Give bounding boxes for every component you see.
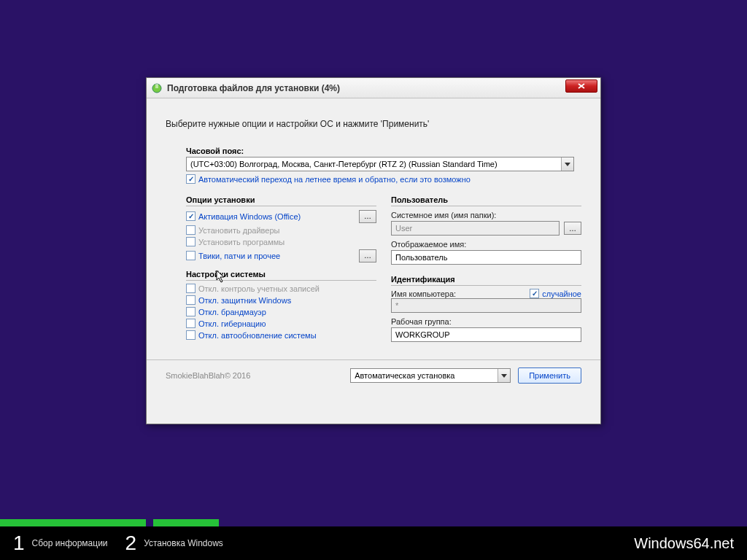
step-1: 1 Сбор информации [13, 532, 108, 555]
tweaks-browse-button[interactable]: … [359, 249, 376, 262]
computer-input [391, 298, 581, 313]
random-label: случайное [542, 289, 581, 298]
programs-checkbox [186, 237, 196, 246]
divider [147, 359, 600, 360]
uac-label: Откл. контроль учетных записей [198, 284, 320, 293]
step-1-label: Сбор информации [32, 538, 108, 548]
dispname-label: Отображаемое имя: [391, 240, 581, 249]
drivers-label: Установить драйверы [198, 226, 279, 235]
firewall-checkbox[interactable] [186, 307, 196, 316]
activation-browse-button[interactable]: … [359, 210, 376, 223]
setup-icon [151, 82, 163, 94]
step-2-number: 2 [125, 532, 137, 555]
workgroup-input[interactable] [391, 327, 581, 342]
tweaks-checkbox[interactable] [186, 251, 196, 260]
step-2: 2 Установка Windows [125, 532, 223, 555]
dispname-input[interactable] [391, 250, 581, 265]
ident-title: Идентификация [391, 275, 581, 286]
left-column: Опции установки Активация Windows (Offic… [186, 195, 376, 342]
sysname-input[interactable] [391, 221, 560, 236]
drivers-checkbox [186, 225, 196, 235]
user-title: Пользователь [391, 195, 581, 206]
computer-label: Имя компьютера: [391, 289, 456, 298]
titlebar: Подготовка файлов для установки (4%) [147, 78, 600, 98]
progress-segment-1 [0, 519, 146, 526]
autoupdate-checkbox[interactable] [186, 330, 196, 340]
close-icon [578, 83, 585, 89]
install-options-title: Опции установки [186, 195, 376, 206]
chevron-down-icon [501, 374, 507, 378]
activation-checkbox[interactable] [186, 211, 196, 221]
timezone-label: Часовой пояс: [186, 147, 574, 155]
timezone-dropdown-button[interactable] [561, 158, 573, 171]
sysname-browse-button[interactable]: … [564, 222, 581, 235]
progress-segment-2 [153, 519, 219, 526]
chevron-down-icon [565, 163, 570, 166]
copyright-text: SmokieBlahBlah© 2016 [166, 371, 343, 380]
close-button[interactable] [565, 79, 597, 93]
instruction-text: Выберите нужные опции и настройки ОС и н… [166, 119, 581, 129]
timezone-combo[interactable] [186, 157, 574, 171]
defender-label: Откл. защитник Windows [198, 296, 291, 305]
activation-label: Активация Windows (Office) [198, 212, 301, 221]
brand-text: Windows64.net [634, 535, 734, 552]
progress-bar [0, 519, 747, 526]
step-2-label: Установка Windows [144, 538, 223, 548]
defender-checkbox[interactable] [186, 295, 196, 305]
apply-button[interactable]: Применить [518, 368, 581, 384]
hibernate-checkbox[interactable] [186, 319, 196, 328]
dst-label: Автоматический переход на летнее время и… [198, 175, 471, 184]
random-checkbox[interactable] [530, 289, 539, 298]
system-settings-title: Настройки системы [186, 270, 376, 281]
svg-rect-1 [155, 84, 158, 88]
dialog-title: Подготовка файлов для установки (4%) [167, 83, 340, 93]
bottom-bar: 1 Сбор информации 2 Установка Windows Wi… [0, 526, 747, 560]
install-mode-dropdown-button[interactable] [498, 369, 510, 382]
programs-label: Установить программы [198, 238, 285, 246]
install-mode-combo[interactable] [350, 368, 511, 383]
right-column: Пользователь Системное имя (имя папки): … [391, 195, 581, 342]
timezone-value[interactable] [187, 158, 561, 171]
workgroup-label: Рабочая группа: [391, 317, 581, 326]
sysname-label: Системное имя (имя папки): [391, 211, 581, 219]
step-1-number: 1 [13, 532, 25, 555]
firewall-label: Откл. брандмауэр [198, 308, 266, 316]
autoupdate-label: Откл. автообновление системы [198, 331, 317, 340]
hibernate-label: Откл. гибернацию [198, 319, 266, 328]
install-mode-value[interactable] [351, 369, 498, 382]
dst-checkbox[interactable] [186, 174, 196, 184]
setup-dialog: Подготовка файлов для установки (4%) Выб… [146, 77, 601, 424]
tweaks-label: Твики, патчи и прочее [198, 252, 280, 260]
uac-checkbox [186, 284, 196, 293]
